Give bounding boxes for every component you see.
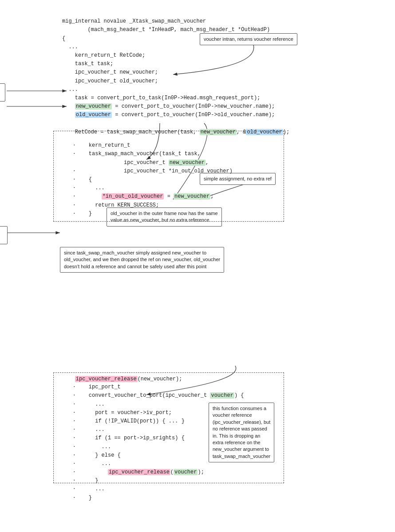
ipc-voucher-release2: ipc_voucher_release [108,469,170,475]
consumes-note-annotation: this function consumes avoucher referenc… [209,403,274,462]
voucher-arg: voucher [174,469,198,475]
new-voucher-assign2: new_voucher [174,193,210,200]
reference-dropped-label: referencedropped here [0,226,8,244]
since-note-text: since task_swap_mach_voucher simply assi… [64,250,220,269]
voucher-param: voucher [210,392,234,399]
new-voucher-assign: new_voucher [75,103,112,110]
inner-new-voucher: new_voucher [169,160,205,166]
since-note-annotation: since task_swap_mach_voucher simply assi… [60,247,224,273]
line-func-sig: mig_internal novalue _Xtask_swap_mach_vo… [62,18,289,135]
in-out-assign: *in_out_old_voucher [102,193,164,200]
consumes-note-text: this function consumes avoucher referenc… [213,406,270,459]
code-block-inner: · kern_return_t · task_swap_mach_voucher… [60,133,233,227]
inner-lines: · kern_return_t · task_swap_mach_voucher… [60,142,233,217]
code-block: mig_internal novalue _Xtask_swap_mach_vo… [62,9,386,145]
old-voucher-assign: old_voucher [75,112,112,118]
holds-reference-label: holds 1reference [0,83,5,102]
